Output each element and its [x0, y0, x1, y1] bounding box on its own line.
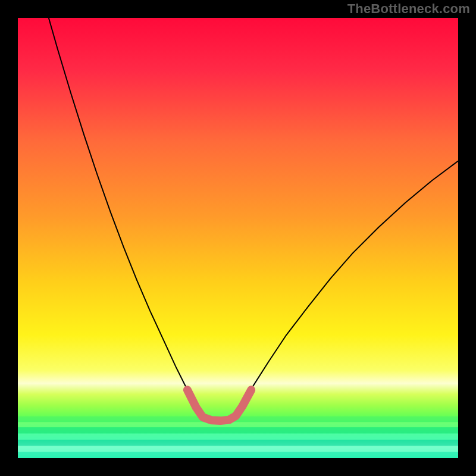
chart-stage: TheBottleneck.com: [0, 0, 476, 476]
bottleneck-curve: [49, 18, 458, 421]
min-flat-overlay: [187, 390, 251, 421]
curve-layer: [18, 18, 458, 458]
watermark-text: TheBottleneck.com: [347, 1, 470, 17]
plot-area: [18, 18, 458, 458]
